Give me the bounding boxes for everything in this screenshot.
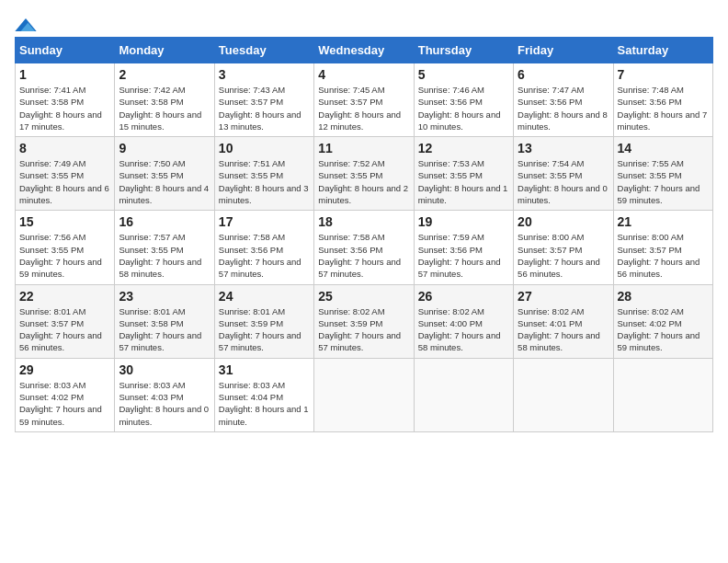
day-detail: Sunrise: 7:58 AMSunset: 3:56 PMDaylight:… (318, 232, 401, 279)
day-detail: Sunrise: 7:50 AMSunset: 3:55 PMDaylight:… (119, 158, 209, 205)
calendar-cell: 22Sunrise: 8:01 AMSunset: 3:57 PMDayligh… (16, 284, 115, 358)
day-number: 4 (318, 67, 409, 82)
calendar-cell: 21Sunrise: 8:00 AMSunset: 3:57 PMDayligh… (613, 211, 712, 284)
day-detail: Sunrise: 7:59 AMSunset: 3:56 PMDaylight:… (418, 232, 501, 279)
day-detail: Sunrise: 8:03 AMSunset: 4:03 PMDaylight:… (119, 380, 209, 427)
day-number: 25 (318, 289, 409, 304)
col-header-monday: Monday (115, 38, 214, 63)
day-detail: Sunrise: 8:00 AMSunset: 3:57 PMDaylight:… (518, 232, 600, 279)
day-detail: Sunrise: 7:43 AMSunset: 3:57 PMDaylight:… (219, 85, 301, 132)
day-number: 2 (119, 67, 210, 82)
day-number: 29 (19, 362, 110, 377)
day-number: 12 (418, 141, 509, 155)
calendar-cell: 10Sunrise: 7:51 AMSunset: 3:55 PMDayligh… (214, 137, 313, 211)
day-detail: Sunrise: 7:54 AMSunset: 3:55 PMDaylight:… (518, 158, 608, 205)
day-detail: Sunrise: 7:41 AMSunset: 3:58 PMDaylight:… (19, 85, 102, 132)
calendar-cell: 12Sunrise: 7:53 AMSunset: 3:55 PMDayligh… (414, 137, 513, 211)
day-detail: Sunrise: 8:03 AMSunset: 4:04 PMDaylight:… (219, 380, 309, 427)
day-detail: Sunrise: 7:46 AMSunset: 3:56 PMDaylight:… (418, 85, 501, 132)
day-number: 30 (119, 362, 210, 377)
calendar-cell: 16Sunrise: 7:57 AMSunset: 3:55 PMDayligh… (115, 211, 214, 284)
day-detail: Sunrise: 7:48 AMSunset: 3:56 PMDaylight:… (618, 85, 708, 132)
day-number: 13 (518, 141, 609, 155)
calendar-cell: 28Sunrise: 8:02 AMSunset: 4:02 PMDayligh… (613, 284, 712, 358)
day-detail: Sunrise: 7:51 AMSunset: 3:55 PMDaylight:… (219, 158, 309, 205)
col-header-saturday: Saturday (613, 38, 712, 63)
calendar-cell: 24Sunrise: 8:01 AMSunset: 3:59 PMDayligh… (214, 284, 313, 358)
day-number: 24 (219, 289, 310, 304)
calendar-cell: 26Sunrise: 8:02 AMSunset: 4:00 PMDayligh… (414, 284, 513, 358)
day-number: 19 (418, 214, 509, 229)
calendar-cell: 27Sunrise: 8:02 AMSunset: 4:01 PMDayligh… (514, 284, 613, 358)
day-number: 21 (618, 214, 709, 229)
calendar-cell: 29Sunrise: 8:03 AMSunset: 4:02 PMDayligh… (16, 358, 115, 431)
day-number: 23 (119, 289, 210, 304)
day-detail: Sunrise: 7:52 AMSunset: 3:55 PMDaylight:… (318, 158, 408, 205)
col-header-sunday: Sunday (16, 38, 115, 63)
col-header-tuesday: Tuesday (214, 38, 313, 63)
day-detail: Sunrise: 8:01 AMSunset: 3:59 PMDaylight:… (219, 306, 301, 353)
day-detail: Sunrise: 7:55 AMSunset: 3:55 PMDaylight:… (618, 158, 700, 205)
calendar-cell: 20Sunrise: 8:00 AMSunset: 3:57 PMDayligh… (514, 211, 613, 284)
calendar-cell: 17Sunrise: 7:58 AMSunset: 3:56 PMDayligh… (214, 211, 313, 284)
day-number: 18 (318, 214, 409, 229)
calendar-cell: 1Sunrise: 7:41 AMSunset: 3:58 PMDaylight… (16, 63, 115, 137)
day-number: 22 (19, 289, 110, 304)
calendar-cell (314, 358, 414, 431)
day-number: 6 (518, 67, 609, 82)
calendar-cell: 25Sunrise: 8:02 AMSunset: 3:59 PMDayligh… (314, 284, 414, 358)
col-header-wednesday: Wednesday (314, 38, 414, 63)
calendar-cell: 2Sunrise: 7:42 AMSunset: 3:58 PMDaylight… (115, 63, 214, 137)
day-detail: Sunrise: 8:01 AMSunset: 3:58 PMDaylight:… (119, 306, 201, 353)
day-number: 31 (219, 362, 310, 377)
day-detail: Sunrise: 8:02 AMSunset: 4:01 PMDaylight:… (518, 306, 600, 353)
calendar-cell: 15Sunrise: 7:56 AMSunset: 3:55 PMDayligh… (16, 211, 115, 284)
day-detail: Sunrise: 8:00 AMSunset: 3:57 PMDaylight:… (618, 232, 700, 279)
calendar-cell (613, 358, 712, 431)
day-number: 14 (618, 141, 709, 155)
day-number: 20 (518, 214, 609, 229)
day-number: 1 (19, 67, 110, 82)
logo (15, 18, 39, 31)
day-detail: Sunrise: 8:02 AMSunset: 4:00 PMDaylight:… (418, 306, 501, 353)
calendar-cell (414, 358, 513, 431)
calendar-cell: 7Sunrise: 7:48 AMSunset: 3:56 PMDaylight… (613, 63, 712, 137)
day-detail: Sunrise: 7:53 AMSunset: 3:55 PMDaylight:… (418, 158, 508, 205)
calendar-cell: 18Sunrise: 7:58 AMSunset: 3:56 PMDayligh… (314, 211, 414, 284)
day-number: 10 (219, 141, 310, 155)
calendar-week-row: 29Sunrise: 8:03 AMSunset: 4:02 PMDayligh… (16, 358, 713, 431)
day-detail: Sunrise: 8:02 AMSunset: 4:02 PMDaylight:… (618, 306, 700, 353)
day-detail: Sunrise: 8:03 AMSunset: 4:02 PMDaylight:… (19, 380, 102, 427)
day-number: 28 (618, 289, 709, 304)
day-number: 17 (219, 214, 310, 229)
day-number: 5 (418, 67, 509, 82)
calendar-cell: 31Sunrise: 8:03 AMSunset: 4:04 PMDayligh… (214, 358, 313, 431)
calendar-cell: 3Sunrise: 7:43 AMSunset: 3:57 PMDaylight… (214, 63, 313, 137)
day-detail: Sunrise: 7:58 AMSunset: 3:56 PMDaylight:… (219, 232, 301, 279)
calendar-cell: 30Sunrise: 8:03 AMSunset: 4:03 PMDayligh… (115, 358, 214, 431)
calendar-cell: 8Sunrise: 7:49 AMSunset: 3:55 PMDaylight… (16, 137, 115, 211)
day-number: 16 (119, 214, 210, 229)
calendar-week-row: 1Sunrise: 7:41 AMSunset: 3:58 PMDaylight… (16, 63, 713, 137)
day-number: 27 (518, 289, 609, 304)
calendar-week-row: 8Sunrise: 7:49 AMSunset: 3:55 PMDaylight… (16, 137, 713, 211)
day-detail: Sunrise: 8:01 AMSunset: 3:57 PMDaylight:… (19, 306, 102, 353)
day-number: 8 (19, 141, 110, 155)
calendar-cell: 19Sunrise: 7:59 AMSunset: 3:56 PMDayligh… (414, 211, 513, 284)
calendar-cell: 13Sunrise: 7:54 AMSunset: 3:55 PMDayligh… (514, 137, 613, 211)
logo-icon (15, 18, 37, 31)
day-detail: Sunrise: 7:42 AMSunset: 3:58 PMDaylight:… (119, 85, 201, 132)
day-detail: Sunrise: 8:02 AMSunset: 3:59 PMDaylight:… (318, 306, 401, 353)
calendar-cell: 6Sunrise: 7:47 AMSunset: 3:56 PMDaylight… (514, 63, 613, 137)
day-number: 11 (318, 141, 409, 155)
day-detail: Sunrise: 7:57 AMSunset: 3:55 PMDaylight:… (119, 232, 201, 279)
calendar-table: SundayMondayTuesdayWednesdayThursdayFrid… (15, 37, 713, 432)
day-detail: Sunrise: 7:45 AMSunset: 3:57 PMDaylight:… (318, 85, 401, 132)
calendar-week-row: 22Sunrise: 8:01 AMSunset: 3:57 PMDayligh… (16, 284, 713, 358)
calendar-cell: 14Sunrise: 7:55 AMSunset: 3:55 PMDayligh… (613, 137, 712, 211)
day-detail: Sunrise: 7:47 AMSunset: 3:56 PMDaylight:… (518, 85, 608, 132)
day-number: 9 (119, 141, 210, 155)
calendar-cell: 4Sunrise: 7:45 AMSunset: 3:57 PMDaylight… (314, 63, 414, 137)
col-header-thursday: Thursday (414, 38, 513, 63)
calendar-cell: 9Sunrise: 7:50 AMSunset: 3:55 PMDaylight… (115, 137, 214, 211)
